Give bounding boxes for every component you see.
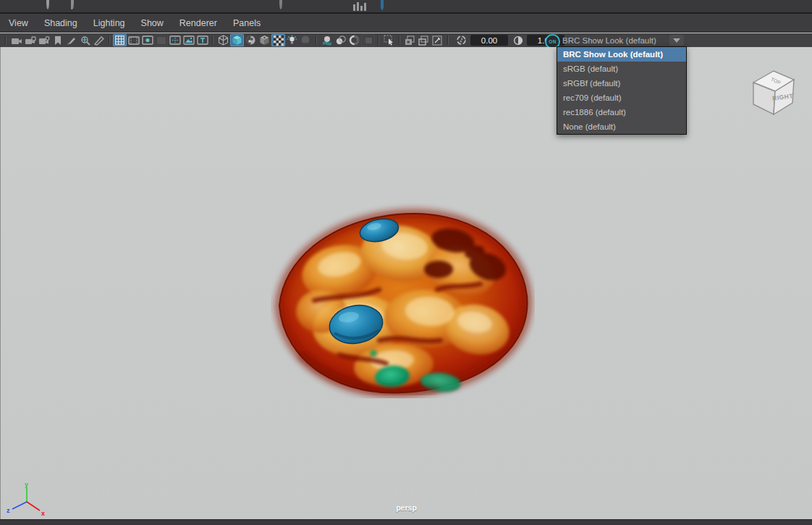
view-cube[interactable]: TOP RIGHT (745, 61, 801, 119)
checker-xray-icon[interactable] (271, 34, 285, 46)
circle-tool-icon[interactable] (46, 0, 49, 9)
menu-shading[interactable]: Shading (44, 18, 77, 28)
viewport-persp[interactable]: TOP RIGHT y z x persp (0, 47, 812, 519)
menu-view[interactable]: View (9, 18, 28, 28)
gate-mask-icon[interactable] (154, 34, 168, 46)
toolbar-separator (212, 35, 213, 45)
lights-icon[interactable] (285, 34, 299, 46)
toolbar-handle (5, 35, 7, 45)
snap-ring-icon[interactable] (279, 0, 282, 9)
toolbar-separator (316, 35, 317, 45)
resolution-gate-icon[interactable] (140, 34, 154, 46)
panel-menubar: View Shading Lighting Show Renderer Pane… (0, 14, 812, 33)
axis-gizmo: y z x (5, 480, 51, 518)
sphere-toggle-icon[interactable] (381, 0, 384, 9)
select-cursor-icon[interactable] (382, 34, 396, 46)
camera-label: persp (1, 503, 812, 512)
chevron-down-icon (673, 38, 680, 43)
toolbar-separator (378, 35, 379, 45)
maya-application-window: View Shading Lighting Show Renderer Pane… (0, 0, 812, 525)
annotate-square-icon[interactable] (431, 34, 444, 46)
use-default-material-icon[interactable] (258, 34, 271, 46)
exposure-icon[interactable] (454, 34, 468, 46)
bar-chart-icon[interactable] (353, 1, 366, 11)
lasso-tool-icon[interactable] (71, 0, 74, 9)
panel-toolbar: 0.00 1.00 ON BRC Show Look (default) (0, 33, 812, 47)
bookmark-icon[interactable] (51, 34, 64, 46)
menu-item-srgbf[interactable]: sRGBf (default) (557, 76, 686, 91)
shaded-cube-icon[interactable] (230, 34, 244, 46)
field-chart-icon[interactable] (168, 34, 182, 46)
menu-renderer[interactable]: Renderer (179, 18, 217, 28)
bottom-strip (0, 519, 812, 525)
isolate-add-icon[interactable] (417, 34, 431, 46)
menu-lighting[interactable]: Lighting (93, 18, 125, 28)
textured-sphere-icon[interactable] (244, 34, 258, 46)
grid-icon[interactable] (113, 34, 127, 46)
view-transform-value: BRC Show Look (default) (562, 36, 669, 45)
menu-item-none[interactable]: None (default) (557, 119, 686, 134)
motion-blur-icon[interactable] (361, 34, 375, 46)
menu-show[interactable]: Show (141, 18, 164, 28)
camera-attributes-icon[interactable] (37, 34, 51, 46)
cookie-model[interactable] (271, 203, 535, 398)
select-camera-icon[interactable] (9, 34, 23, 46)
grease-pencil-icon[interactable] (64, 34, 78, 46)
menu-item-srgb[interactable]: sRGB (default) (557, 62, 686, 76)
safe-title-icon[interactable] (195, 34, 209, 46)
view-transform-dropdown[interactable]: BRC Show Look (default) (562, 34, 684, 46)
exposure-field[interactable]: 0.00 (470, 35, 508, 46)
safe-action-icon[interactable] (182, 34, 195, 46)
toolbar-separator (399, 35, 400, 45)
menu-panels[interactable]: Panels (233, 18, 261, 28)
lock-camera-icon[interactable] (23, 34, 37, 46)
toolbar-separator (109, 35, 110, 45)
menu-item-brc-show-look[interactable]: BRC Show Look (default) (557, 47, 686, 62)
film-gate-icon[interactable] (127, 34, 140, 46)
wireframe-cube-icon[interactable] (216, 34, 230, 46)
color-transform-menu: BRC Show Look (default) sRGB (default) s… (557, 46, 687, 135)
contrast-icon[interactable] (511, 34, 525, 46)
axis-y-label: y (25, 481, 28, 488)
shadows-icon[interactable] (299, 34, 313, 46)
dropdown-arrow-button[interactable] (669, 35, 684, 46)
subsurface-sphere-icon[interactable] (320, 34, 334, 46)
menu-item-rec1886[interactable]: rec1886 (default) (557, 105, 686, 119)
toolbar-separator (447, 35, 449, 45)
ambient-occlusion-icon[interactable] (347, 34, 361, 46)
pencil-icon[interactable] (92, 34, 106, 46)
menu-item-rec709[interactable]: rec709 (default) (557, 91, 686, 105)
status-line (0, 0, 812, 12)
depth-of-field-icon[interactable] (334, 34, 347, 46)
isolate-select-icon[interactable] (403, 34, 417, 46)
pan-zoom-icon[interactable] (78, 34, 92, 46)
